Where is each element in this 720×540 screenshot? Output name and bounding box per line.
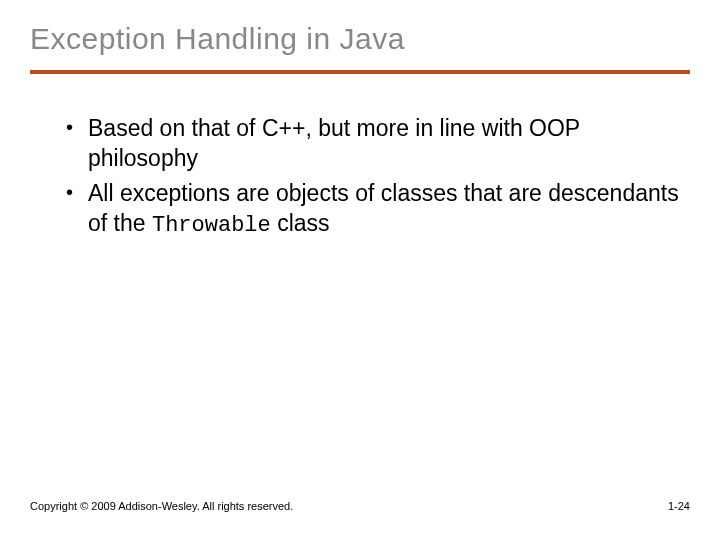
slide-title: Exception Handling in Java: [30, 22, 690, 56]
copyright: Copyright © 2009 Addison-Wesley. All rig…: [30, 500, 293, 512]
footer: Copyright © 2009 Addison-Wesley. All rig…: [30, 500, 690, 512]
code-term: Throwable: [152, 213, 271, 238]
list-item: Based on that of C++, but more in line w…: [66, 114, 690, 175]
bullet-text-post: class: [271, 210, 330, 236]
title-rule: [30, 70, 690, 74]
page-number: 1-24: [668, 500, 690, 512]
bullet-text: Based on that of C++, but more in line w…: [88, 115, 580, 171]
bullet-list: Based on that of C++, but more in line w…: [30, 114, 690, 241]
list-item: All exceptions are objects of classes th…: [66, 179, 690, 240]
